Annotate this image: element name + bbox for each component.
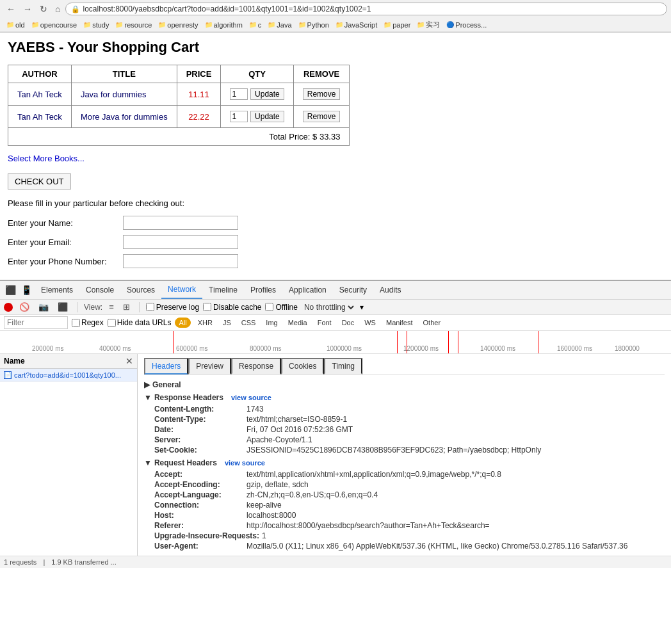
- devtools-inspect-icon[interactable]: ⬛: [3, 282, 19, 298]
- preserve-log-checkbox[interactable]: [146, 303, 154, 311]
- disable-cache-label: Disable cache: [203, 303, 261, 312]
- tab-network[interactable]: Network: [161, 281, 202, 299]
- offline-checkbox[interactable]: [265, 303, 273, 311]
- home-button[interactable]: ⌂: [53, 3, 63, 15]
- tab-console[interactable]: Console: [79, 282, 120, 298]
- row1-title: Java for dummies: [71, 83, 177, 106]
- clear-button[interactable]: 🚫: [17, 301, 32, 313]
- row2-qty-input[interactable]: [230, 111, 248, 122]
- header-row: User-Agent: Mozilla/5.0 (X11; Linux x86_…: [144, 542, 665, 551]
- filter-other-button[interactable]: Other: [420, 318, 444, 327]
- tab-profiles[interactable]: Profiles: [244, 282, 282, 298]
- folder-icon: 📁: [298, 21, 306, 28]
- panel-tab-headers[interactable]: Headers: [144, 358, 188, 374]
- header-name: Date:: [154, 425, 244, 434]
- filter-doc-button[interactable]: Doc: [339, 318, 358, 327]
- bookmark-javascript[interactable]: 📁JavaScript: [333, 20, 380, 29]
- select-more-link[interactable]: Select More Books...: [8, 154, 85, 163]
- filter-css-button[interactable]: CSS: [238, 318, 259, 327]
- row2-remove-button[interactable]: Remove: [303, 111, 341, 122]
- record-button[interactable]: [4, 303, 13, 312]
- bookmark-paper[interactable]: 📁paper: [381, 20, 413, 29]
- tab-security[interactable]: Security: [333, 282, 373, 298]
- bookmark-process[interactable]: 🔵Process...: [444, 20, 489, 29]
- panel-tab-cookies[interactable]: Cookies: [281, 358, 324, 374]
- bookmark-python[interactable]: 📁Python: [296, 20, 332, 29]
- header-row: Host: localhost:8000: [144, 511, 665, 520]
- filter-ws-button[interactable]: WS: [361, 318, 379, 327]
- tab-elements[interactable]: Elements: [35, 282, 79, 298]
- response-panel: Headers Preview Response Cookies Timing …: [138, 354, 671, 556]
- list-view-button[interactable]: ≡: [106, 301, 117, 313]
- throttle-arrow: ▾: [360, 303, 364, 312]
- address-bar[interactable]: 🔒 localhost:8000/yaebsdbcp/cart?todo=add…: [65, 3, 667, 15]
- close-panel-button[interactable]: ✕: [125, 356, 133, 366]
- row2-update-button[interactable]: Update: [250, 111, 284, 122]
- bookmark-java[interactable]: 📁Java: [265, 20, 294, 29]
- checkout-button[interactable]: CHECK OUT: [8, 173, 71, 189]
- panel-tab-response[interactable]: Response: [231, 358, 281, 374]
- capture-screenshot-button[interactable]: 📷: [36, 301, 51, 313]
- bookmark-openresty[interactable]: 📁openresty: [156, 20, 200, 29]
- timeline-marker-2: [397, 331, 398, 353]
- request-headers-section[interactable]: ▼ Request Headers view source: [144, 458, 665, 467]
- filter-input[interactable]: [4, 316, 68, 329]
- general-arrow: ▶: [144, 380, 150, 389]
- response-headers-section[interactable]: ▼ Response Headers view source: [144, 393, 665, 402]
- tab-sources[interactable]: Sources: [120, 282, 161, 298]
- bookmark-c[interactable]: 📁c: [247, 20, 264, 29]
- response-view-source-link[interactable]: view source: [231, 394, 271, 401]
- detail-view-button[interactable]: ⊞: [120, 301, 133, 313]
- name-input[interactable]: [123, 216, 238, 230]
- row1-remove-button[interactable]: Remove: [303, 88, 341, 100]
- table-row: Tan Ah Teck More Java for dummies 22.22 …: [8, 106, 350, 128]
- filter-img-button[interactable]: Img: [263, 318, 280, 327]
- row2-author: Tan Ah Teck: [8, 106, 72, 128]
- col-title: TITLE: [71, 65, 177, 83]
- browser-chrome: ← → ↻ ⌂ 🔒 localhost:8000/yaebsdbcp/cart?…: [0, 0, 671, 33]
- row1-qty-input[interactable]: [230, 88, 248, 100]
- bookmark-opencourse[interactable]: 📁opencourse: [29, 20, 80, 29]
- phone-input[interactable]: [123, 254, 238, 268]
- tl-label-200: 200000 ms: [32, 345, 63, 352]
- panel-tab-preview[interactable]: Preview: [188, 358, 231, 374]
- disable-cache-checkbox[interactable]: [203, 303, 211, 311]
- regex-checkbox[interactable]: [72, 319, 80, 327]
- bookmark-resource[interactable]: 📁resource: [113, 20, 154, 29]
- back-button[interactable]: ←: [4, 3, 18, 15]
- header-name: Connection:: [154, 501, 244, 510]
- response-headers-list: Content-Length: 1743 Content-Type: text/…: [144, 405, 665, 455]
- tab-application[interactable]: Application: [282, 282, 333, 298]
- email-input[interactable]: [123, 235, 238, 249]
- devtools-device-icon[interactable]: 📱: [19, 282, 35, 298]
- filter-manifest-button[interactable]: Manifest: [383, 318, 416, 327]
- bookmark-xuexi[interactable]: 📁实习: [414, 19, 442, 30]
- panel-tab-timing[interactable]: Timing: [324, 358, 362, 374]
- cart-table: AUTHOR TITLE PRICE QTY REMOVE Tan Ah Tec…: [8, 65, 350, 146]
- tab-audits[interactable]: Audits: [373, 282, 407, 298]
- filter-all-button[interactable]: All: [175, 318, 190, 328]
- bookmark-algorithm[interactable]: 📁algorithm: [202, 20, 245, 29]
- header-name: Set-Cookie:: [154, 446, 244, 455]
- bookmark-study[interactable]: 📁study: [81, 20, 111, 29]
- row1-update-button[interactable]: Update: [250, 88, 284, 100]
- reload-button[interactable]: ↻: [37, 3, 50, 15]
- bookmark-old[interactable]: 📁old: [4, 20, 28, 29]
- filter-icon-button[interactable]: ⬛: [55, 301, 70, 313]
- filter-xhr-button[interactable]: XHR: [195, 318, 216, 327]
- row1-author: Tan Ah Teck: [8, 83, 72, 106]
- filter-js-button[interactable]: JS: [220, 318, 234, 327]
- col-price: PRICE: [177, 65, 221, 83]
- hide-data-urls-checkbox[interactable]: [108, 319, 116, 327]
- throttle-select[interactable]: No throttling: [302, 302, 356, 312]
- network-list: Name ✕ 📄 cart?todo=add&id=1001&qty100...: [0, 354, 138, 556]
- request-view-source-link[interactable]: view source: [225, 459, 265, 467]
- filter-media-button[interactable]: Media: [285, 318, 311, 327]
- filter-font-button[interactable]: Font: [314, 318, 335, 327]
- general-section[interactable]: ▶ General: [144, 380, 665, 389]
- header-name: Accept:: [154, 470, 244, 479]
- tab-timeline[interactable]: Timeline: [202, 282, 244, 298]
- forward-button[interactable]: →: [20, 3, 35, 15]
- header-name: Content-Length:: [154, 405, 244, 414]
- network-item[interactable]: 📄 cart?todo=add&id=1001&qty100...: [0, 369, 137, 382]
